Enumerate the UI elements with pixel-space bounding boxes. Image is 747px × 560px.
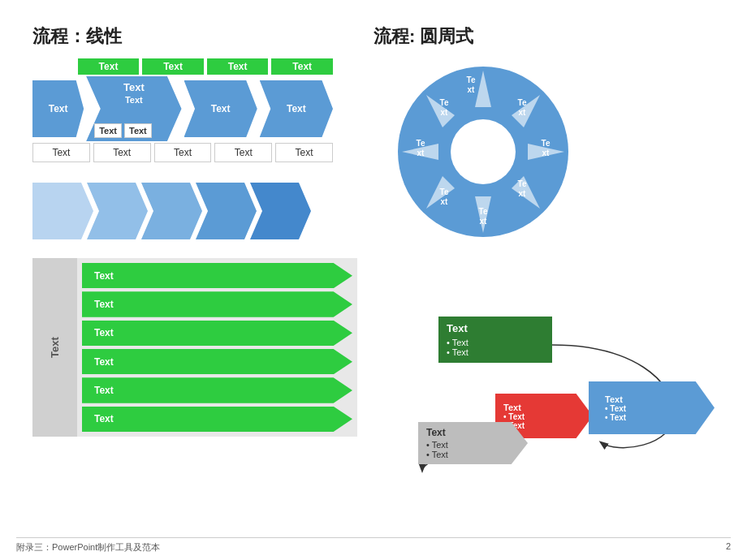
chevron-4 [196,183,257,239]
bottom-cell-4: Text [214,143,272,162]
arrow-shape-4: Text [260,80,333,137]
proc-green-title: Text [447,322,544,334]
green-header-3: Text [207,58,269,75]
list-arrow-1: Text [82,263,352,288]
green-header-1: Text [78,58,140,75]
bottom-cell-3: Text [154,143,212,162]
list-arrow-section: Text Text Text Text Text Text Text [32,258,357,437]
proc-blue-item-1: • Text [605,404,715,413]
proc-gray-item-2: • Text [426,450,520,459]
svg-text:Te: Te [467,75,476,84]
circular-flow-svg: Te xt Te xt Te xt Te xt Te xt Te xt Te x… [390,58,576,245]
arrow-label-3: Text [211,103,231,114]
svg-text:Te: Te [417,139,425,148]
bottom-cell-2: Text [93,143,151,162]
list-arrow-4: Text [82,349,352,374]
svg-text:xt: xt [519,108,527,117]
green-header-2: Text [142,58,204,75]
arrow-shape-3: Text [184,80,257,137]
left-section-title: 流程：线性 [32,24,357,49]
proc-gray-title: Text [426,427,520,438]
arrow-shapes-row: Text Text Text Text Text Text Text [32,76,333,141]
footer-left: 附录三：PowerPoint制作工具及范本 [16,541,160,554]
proc-blue-title: Text [605,394,715,404]
chevron-3 [141,183,202,239]
proc-red-title: Text [503,403,593,412]
arrow-label-2: Text [123,81,145,93]
bottom-cell-5: Text [275,143,333,162]
linear-flow-diagram: Text Text Text Text Text Text Text Text … [32,58,333,162]
bottom-text-row: Text Text Text Text Text [32,143,333,162]
circular-flow-section: Te xt Te xt Te xt Te xt Te xt Te xt Te x… [390,58,576,245]
chevron-1 [32,183,93,239]
process-diagram-section: Text • Text • Text Text • Text • Text Te… [374,317,723,511]
svg-text:xt: xt [542,149,551,157]
list-arrow-3: Text [82,321,352,346]
arrow-shape-2: Text Text Text Text [86,76,181,141]
chevron-2 [87,183,148,239]
chevron-row [32,179,357,243]
left-column: 流程：线性 Text Text Text Text Text Text Text… [32,24,357,437]
proc-gray-item-1: • Text [426,440,520,450]
header-spacer [32,58,75,75]
proc-red-item-1: • Text [503,412,593,421]
svg-text:xt: xt [468,85,476,94]
svg-text:xt: xt [441,108,449,117]
svg-text:Te: Te [518,179,527,188]
svg-text:xt: xt [480,217,488,226]
right-section-title: 流程: 圆周式 [374,24,731,49]
arrow-label-4: Text [287,103,306,114]
arrow-shape-1: Text [32,80,84,137]
svg-text:Te: Te [518,98,527,107]
list-label: Text [32,258,77,437]
proc-gray-box: Text • Text • Text [418,422,528,464]
arrow-label-1: Text [49,103,68,114]
proc-green-box: Text • Text • Text [438,317,552,363]
right-column: 流程: 圆周式 Te xt [374,24,731,245]
footer-right: 2 [726,541,731,554]
green-header-4: Text [271,58,333,75]
svg-text:Te: Te [479,207,488,216]
svg-text:Te: Te [542,139,551,148]
svg-text:xt: xt [441,197,449,206]
proc-green-item-2: • Text [447,347,544,357]
proc-green-item-1: • Text [447,338,544,347]
footer: 附录三：PowerPoint制作工具及范本 2 [16,537,731,554]
list-arrow-6: Text [82,407,352,432]
proc-blue-arrow: Text • Text • Text [589,381,715,434]
svg-text:Te: Te [440,98,449,107]
arrow-sublabel-2a: Text [125,95,143,105]
list-arrows-container: Text Text Text Text Text Text [77,258,357,437]
svg-text:xt: xt [417,149,425,157]
inner-boxes: Text Text [94,123,152,138]
inner-box-2: Text [124,123,152,138]
chevron-5 [250,183,311,239]
list-arrow-5: Text [82,377,352,403]
inner-box-1: Text [94,123,122,138]
list-arrow-2: Text [82,291,352,317]
svg-point-1 [451,119,516,184]
bottom-cell-1: Text [32,143,90,162]
svg-text:xt: xt [519,189,527,198]
proc-red-item-2: • Text [503,421,593,430]
chevron-section [32,179,357,243]
proc-blue-item-2: • Text [605,413,715,422]
green-header-row: Text Text Text Text [32,58,333,75]
svg-text:Te: Te [440,187,449,196]
